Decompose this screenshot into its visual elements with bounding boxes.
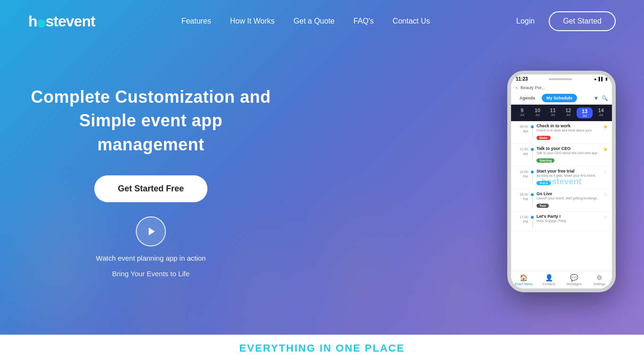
star-3[interactable]: ☆ (603, 169, 608, 175)
nav-get-a-quote[interactable]: Get a Quote (294, 17, 335, 25)
time-2: 11:00AM (515, 146, 528, 156)
star-5[interactable]: ☆ (603, 214, 608, 221)
star-2[interactable]: ★ (603, 146, 608, 153)
play-section: Watch event planning app in action Bring… (28, 216, 273, 278)
location-label: Beauty Por... (520, 85, 545, 90)
schedule-item-3: 12:00PM Start your free trial As easy as… (511, 166, 612, 189)
phone-outer: hostevent 11:23 ▲ ▌▌ ▮ ‹ B (507, 71, 616, 292)
bottom-nav-settings[interactable]: ⚙ Settings (587, 273, 612, 287)
status-time: 11:23 (516, 76, 528, 82)
logo[interactable]: hstevent (28, 13, 95, 30)
search-icon[interactable]: 🔍 (602, 95, 608, 101)
date-12[interactable]: 12Jul (561, 107, 576, 118)
title-2: Talk to your CEO (537, 146, 600, 151)
status-bar: 11:23 ▲ ▌▌ ▮ (511, 74, 612, 83)
wifi-icon: ▲ (594, 77, 597, 81)
messages-icon: 💬 (570, 274, 578, 281)
desc-1: Check in to work and think about your (537, 128, 600, 132)
desc-4: Launch your event, start getting booking… (537, 196, 600, 200)
bottom-nav-messages[interactable]: 💬 Messages (561, 273, 587, 287)
bottom-nav: 🏠 Event Menu 👤 Contacts 💬 Messages (511, 271, 612, 288)
nav-contact-us[interactable]: Contact Us (393, 17, 430, 25)
messages-label: Messages (567, 282, 582, 286)
content-3: Start your free trial As easy as it gets… (537, 169, 600, 186)
time-3: 12:00PM (515, 169, 528, 179)
play-icon (147, 226, 157, 237)
app-subheader: ‹ Beauty Por... (511, 83, 612, 92)
tag-starting: Starting (537, 158, 554, 163)
event-menu-icon: 🏠 (520, 274, 528, 281)
star-1[interactable]: ★ (603, 123, 608, 130)
signal-icon: ▌▌ (599, 77, 604, 81)
title-1: Check in to work (537, 123, 600, 128)
bottom-nav-event-menu[interactable]: 🏠 Event Menu (511, 273, 537, 287)
content-5: Let's Party ! Host, Engage, Party (537, 214, 600, 223)
contacts-label: Contacts (542, 282, 555, 286)
desc-2: Talk to your CEO about this cool new app… (537, 151, 600, 155)
time-1: 09:00AM (515, 123, 528, 134)
tag-tool: Tool (537, 204, 549, 208)
filter-icon[interactable]: ▼ (594, 95, 599, 101)
content-1: Check in to work Check in to work and th… (537, 123, 600, 141)
hero-content: Complete Customization and Simple event … (0, 0, 644, 335)
content-2: Talk to your CEO Talk to your CEO about … (537, 146, 600, 164)
title-4: Go Live (537, 191, 600, 196)
dot-line-3 (531, 169, 534, 183)
tag-make: Make (537, 136, 551, 140)
settings-icon: ⚙ (596, 274, 603, 281)
back-arrow-icon[interactable]: ‹ (516, 84, 518, 91)
title-5: Let's Party ! (537, 214, 600, 219)
date-13-active[interactable]: 13Jul (577, 107, 593, 118)
get-started-free-button[interactable]: Get Started Free (94, 175, 207, 202)
agenda-tab[interactable]: Agenda (515, 94, 540, 102)
hero-text: Complete Customization and Simple event … (28, 57, 273, 278)
hero-section: Complete Customization and Simple event … (0, 0, 644, 335)
schedule-item-2: 11:00AM Talk to your CEO Talk to your CE… (511, 144, 612, 166)
bottom-section: EVERYTHING IN ONE PLACE (0, 335, 644, 362)
login-link[interactable]: Login (516, 17, 535, 25)
nav-actions: Login Get Started (516, 11, 616, 31)
nav-faqs[interactable]: FAQ's (354, 17, 374, 25)
hero-tagline: Bring Your Events to Life (112, 270, 190, 278)
header: hstevent Features How It Works Get a Quo… (0, 0, 644, 42)
schedule-item-5: 17:00PM Let's Party ! Host, Engage, Part… (511, 212, 612, 231)
dot-line-4 (531, 191, 534, 206)
desc-3: As easy as it gets. Make your first even… (537, 173, 600, 178)
schedule-item-1: 09:00AM Check in to work Check in to wor… (511, 121, 612, 144)
dot-line-1 (531, 123, 534, 138)
everything-in-one-place-title: EVERYTHING IN ONE PLACE (239, 342, 405, 354)
logo-dot (37, 19, 46, 28)
date-11[interactable]: 11Jul (545, 107, 560, 118)
phone-mockup: hostevent 11:23 ▲ ▌▌ ▮ ‹ B (507, 71, 616, 292)
main-nav: Features How It Works Get a Quote FAQ's … (182, 17, 430, 25)
nav-features[interactable]: Features (182, 17, 211, 25)
bottom-nav-contacts[interactable]: 👤 Contacts (537, 273, 562, 287)
contacts-icon: 👤 (545, 274, 553, 281)
status-icons: ▲ ▌▌ ▮ (594, 77, 607, 81)
tab-icons: ▼ 🔍 (594, 95, 608, 101)
play-button[interactable] (136, 216, 166, 247)
date-9[interactable]: 9Jul (515, 107, 529, 118)
time-5: 17:00PM (515, 214, 528, 224)
my-schedule-tab[interactable]: My Schedule (542, 94, 577, 102)
title-3: Start your free trial (537, 169, 600, 173)
nav-how-it-works[interactable]: How It Works (230, 17, 275, 25)
date-10[interactable]: 10Jul (530, 107, 545, 118)
tag-track: Track (537, 181, 551, 185)
event-menu-label: Event Menu (515, 282, 532, 286)
schedule-item-4: 16:00PM Go Live Launch your event, start… (511, 189, 612, 212)
date-strip: 9Jul 10Jul 11Jul 12Jul 13Jul 14Jul (511, 105, 612, 121)
date-14[interactable]: 14Jul (594, 107, 608, 118)
watch-label: Watch event planning app in action (96, 254, 206, 262)
get-started-nav-button[interactable]: Get Started (549, 11, 616, 31)
settings-label: Settings (594, 282, 605, 286)
phone-screen: hostevent 11:23 ▲ ▌▌ ▮ ‹ B (511, 74, 612, 288)
dot-line-2 (531, 146, 534, 160)
battery-icon: ▮ (605, 77, 607, 81)
svg-marker-0 (149, 228, 155, 236)
desc-5: Host, Engage, Party (537, 219, 600, 223)
hero-title: Complete Customization and Simple event … (28, 85, 273, 156)
dot-line-5 (531, 214, 534, 228)
star-4[interactable]: ☆ (603, 191, 608, 198)
notch-bar (549, 78, 572, 80)
